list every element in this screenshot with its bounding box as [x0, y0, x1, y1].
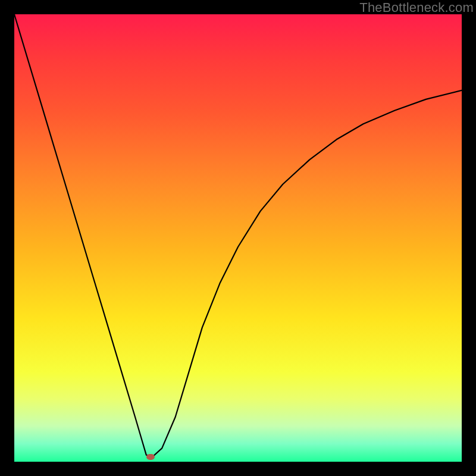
- chart-frame: [14, 14, 462, 462]
- watermark-text: TheBottleneck.com: [359, 0, 474, 15]
- optimal-point-marker: [146, 454, 155, 460]
- bottleneck-curve: [14, 14, 462, 462]
